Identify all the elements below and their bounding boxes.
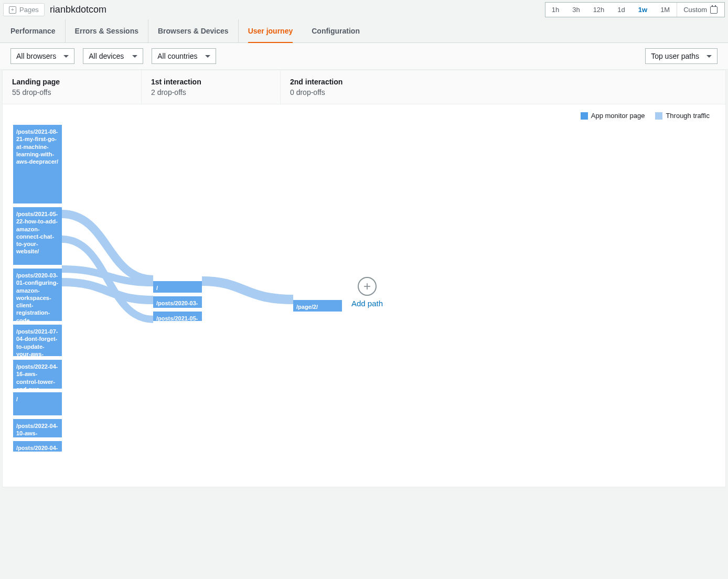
sankey-node[interactable]: /posts/2021-05- <box>153 312 202 321</box>
sankey-node[interactable]: /page/2/ <box>293 300 342 312</box>
plus-circle-icon: + <box>358 277 377 296</box>
add-path-button[interactable]: + Add path <box>351 277 383 308</box>
legend-item-through: Through traffic <box>655 112 710 120</box>
stage-header: Landing page 55 drop-offs <box>3 70 142 104</box>
chevron-down-icon <box>63 55 69 58</box>
sankey-node[interactable]: /posts/2021-05-22-how-to-add-amazon-conn… <box>13 207 62 265</box>
chevron-down-icon <box>706 55 712 58</box>
stage-header-row: Landing page 55 drop-offs 1st interactio… <box>3 70 725 104</box>
sankey-node[interactable]: /posts/2020-03-01-configuring-amazon-wor… <box>13 269 62 321</box>
legend-label: Through traffic <box>666 112 710 120</box>
sankey-node[interactable]: /posts/2022-04-16-aws-control-tower-and-… <box>13 360 62 389</box>
time-range-1M[interactable]: 1M <box>654 3 677 17</box>
sankey-node[interactable]: /posts/2021-07-04-dont-forget-to-update-… <box>13 325 62 356</box>
filter-countries[interactable]: All countries <box>152 48 216 64</box>
tab-bar: PerformanceErrors & SessionsBrowsers & D… <box>0 19 728 43</box>
legend-item-app: App monitor page <box>581 112 645 120</box>
sankey-node[interactable]: /posts/2022-04-10-aws-lambda- <box>13 419 62 437</box>
legend: App monitor page Through traffic <box>3 104 725 120</box>
stage-title: 2nd interaction <box>290 78 410 86</box>
stage-sub: 55 drop-offs <box>12 88 132 97</box>
stage-header: 2nd interaction 0 drop-offs <box>281 70 420 104</box>
filter-countries-label: All countries <box>157 52 197 60</box>
app-title: rianbkdotcom <box>50 4 106 15</box>
sankey-node[interactable]: / <box>153 281 202 293</box>
view-selector[interactable]: Top user paths <box>645 48 718 64</box>
view-selector-label: Top user paths <box>651 52 699 60</box>
time-range-selector: 1h3h12h1d1w1MCustom <box>545 2 725 17</box>
chevron-down-icon <box>132 55 137 58</box>
filter-browsers[interactable]: All browsers <box>10 48 74 64</box>
time-range-12h[interactable]: 12h <box>587 3 612 17</box>
add-path-label: Add path <box>351 299 383 308</box>
time-range-3h[interactable]: 3h <box>566 3 586 17</box>
tab-user-journey[interactable]: User journey <box>248 19 293 42</box>
time-range-custom[interactable]: Custom <box>677 3 724 17</box>
filter-browsers-label: All browsers <box>16 52 56 60</box>
calendar-icon <box>710 6 718 14</box>
stage-title: 1st interaction <box>151 78 271 86</box>
tab-performance[interactable]: Performance <box>10 19 66 42</box>
time-range-1w[interactable]: 1w <box>632 3 654 17</box>
tab-browsers-devices[interactable]: Browsers & Devices <box>158 19 239 42</box>
stage-sub: 0 drop-offs <box>290 88 410 97</box>
filter-devices-label: All devices <box>89 52 124 60</box>
filter-bar: All browsers All devices All countries T… <box>0 43 728 70</box>
legend-swatch-icon <box>655 112 662 120</box>
filter-devices[interactable]: All devices <box>83 48 143 64</box>
legend-label: App monitor page <box>591 112 645 120</box>
sankey-node[interactable]: /posts/2020-04- <box>13 441 62 452</box>
stage-sub: 2 drop-offs <box>151 88 271 97</box>
plus-box-icon: + <box>9 6 16 14</box>
sankey-node[interactable]: / <box>13 392 62 415</box>
legend-swatch-icon <box>581 112 588 120</box>
tab-errors-sessions[interactable]: Errors & Sessions <box>75 19 148 42</box>
sankey-viz: /posts/2021-08-21-my-first-go-at-machine… <box>3 120 725 487</box>
pages-button[interactable]: + Pages <box>3 3 45 16</box>
main-panel: Landing page 55 drop-offs 1st interactio… <box>2 70 726 487</box>
stage-title: Landing page <box>12 78 132 86</box>
top-bar: + Pages rianbkdotcom 1h3h12h1d1w1MCustom <box>0 0 728 19</box>
chevron-down-icon <box>205 55 210 58</box>
sankey-node[interactable]: /posts/2020-03- <box>153 296 202 308</box>
sankey-node[interactable]: /posts/2021-08-21-my-first-go-at-machine… <box>13 125 62 203</box>
pages-label: Pages <box>19 6 39 14</box>
stage-header: 1st interaction 2 drop-offs <box>142 70 281 104</box>
time-range-1h[interactable]: 1h <box>545 3 566 17</box>
time-range-1d[interactable]: 1d <box>611 3 631 17</box>
tab-configuration[interactable]: Configuration <box>312 19 360 42</box>
